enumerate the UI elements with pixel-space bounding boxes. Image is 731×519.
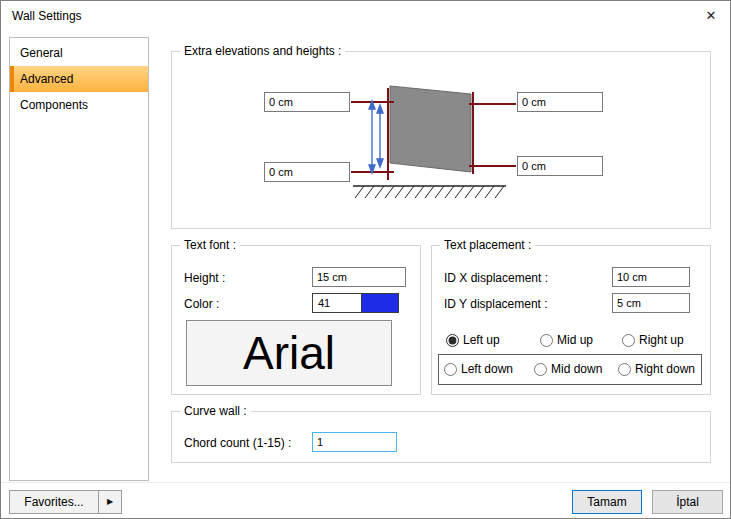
wall-settings-dialog: Wall Settings ✕ General Advanced Compone… — [0, 0, 731, 519]
close-icon[interactable]: ✕ — [698, 4, 724, 28]
id-y-displacement-input[interactable] — [612, 293, 690, 313]
radio-label: Mid down — [551, 362, 602, 376]
sidebar: General Advanced Components — [9, 37, 149, 481]
radio-right-up-input[interactable] — [622, 334, 635, 347]
favorites-button[interactable]: Favorites... ▶ — [9, 490, 122, 514]
font-color-index: 41 — [313, 294, 361, 312]
radio-mid-down[interactable]: Mid down — [534, 361, 602, 377]
radio-right-down[interactable]: Right down — [618, 361, 695, 377]
radio-mid-up[interactable]: Mid up — [540, 332, 593, 348]
sidebar-item-label: Advanced — [20, 72, 73, 86]
radio-label: Mid up — [557, 333, 593, 347]
favorites-button-label: Favorites... — [10, 491, 98, 513]
chord-count-label: Chord count (1-15) : — [184, 435, 291, 451]
favorites-arrow-icon[interactable]: ▶ — [98, 491, 121, 513]
elevation-top-right-input[interactable] — [517, 92, 603, 112]
font-preview-text: Arial — [243, 326, 335, 380]
wall-shape — [390, 86, 471, 172]
radio-right-down-input[interactable] — [618, 363, 631, 376]
sidebar-item-advanced[interactable]: Advanced — [10, 66, 148, 92]
font-color-swatch — [361, 294, 398, 312]
height-label: Height : — [184, 270, 225, 286]
radio-left-up[interactable]: Left up — [446, 332, 500, 348]
font-preview-button[interactable]: Arial — [186, 320, 392, 386]
group-text-placement: Text placement : ID X displacement : ID … — [431, 245, 711, 395]
group-text-font: Text font : Height : Color : 41 Arial — [171, 245, 421, 395]
sidebar-item-label: General — [20, 46, 63, 60]
radio-label: Right up — [639, 333, 684, 347]
font-color-picker[interactable]: 41 — [312, 293, 399, 313]
radio-mid-down-input[interactable] — [534, 363, 547, 376]
id-x-displacement-input[interactable] — [612, 267, 690, 287]
titlebar: Wall Settings ✕ — [1, 1, 730, 31]
sidebar-item-components[interactable]: Components — [10, 92, 148, 118]
wall-elevation-diagram — [172, 52, 710, 228]
radio-label: Left down — [461, 362, 513, 376]
radio-left-down-input[interactable] — [444, 363, 457, 376]
radio-left-up-input[interactable] — [446, 334, 459, 347]
radio-label: Right down — [635, 362, 695, 376]
dialog-title: Wall Settings — [12, 1, 82, 31]
cancel-button[interactable]: İptal — [652, 490, 723, 514]
group-extra-elevations-title: Extra elevations and heights : — [180, 44, 345, 58]
color-label: Color : — [184, 296, 219, 312]
sidebar-item-general[interactable]: General — [10, 40, 148, 66]
group-curve-wall: Curve wall : Chord count (1-15) : — [171, 411, 711, 463]
elevation-bottom-left-input[interactable] — [264, 162, 350, 182]
ground-hatch — [353, 186, 506, 198]
radio-right-up[interactable]: Right up — [622, 332, 684, 348]
group-text-placement-title: Text placement : — [440, 238, 535, 252]
radio-mid-up-input[interactable] — [540, 334, 553, 347]
group-extra-elevations: Extra elevations and heights : — [171, 51, 711, 229]
group-curve-wall-title: Curve wall : — [180, 404, 251, 418]
dimension-arrows — [369, 101, 383, 173]
elevation-reference-lines — [351, 88, 516, 180]
font-height-input[interactable] — [312, 267, 406, 287]
id-x-displacement-label: ID X displacement : — [444, 270, 548, 286]
footer-divider — [1, 482, 730, 483]
radio-label: Left up — [463, 333, 500, 347]
id-y-displacement-label: ID Y displacement : — [444, 296, 548, 312]
group-text-font-title: Text font : — [180, 238, 240, 252]
elevation-top-left-input[interactable] — [264, 92, 350, 112]
sidebar-item-label: Components — [20, 98, 88, 112]
elevation-bottom-right-input[interactable] — [517, 156, 603, 176]
ok-button[interactable]: Tamam — [572, 490, 642, 514]
chord-count-input[interactable] — [312, 432, 397, 452]
radio-left-down[interactable]: Left down — [444, 361, 513, 377]
